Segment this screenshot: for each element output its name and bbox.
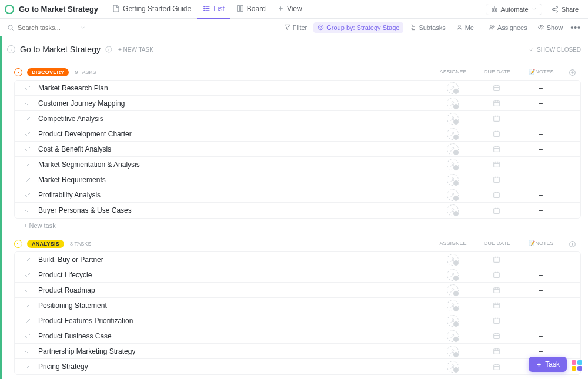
task-name[interactable]: Market Requirements (38, 176, 430, 184)
assignee-cell[interactable] (430, 143, 475, 155)
task-name[interactable]: Product Roadmap (38, 286, 430, 294)
due-date-cell[interactable] (475, 130, 519, 137)
show-button[interactable]: Show (534, 22, 567, 33)
task-row[interactable]: Product Roadmap– (15, 283, 580, 298)
automate-button[interactable]: Automate (486, 4, 542, 15)
task-name[interactable]: Product Features Prioritization (38, 317, 430, 325)
task-complete-checkbox[interactable] (24, 146, 31, 153)
task-row[interactable]: Positioning Statement– (15, 298, 580, 313)
due-date-cell[interactable] (475, 145, 519, 153)
assignee-cell[interactable] (430, 254, 475, 266)
search-input[interactable] (18, 24, 76, 31)
task-row[interactable]: Product Lifecycle– (15, 267, 580, 283)
task-name[interactable]: Positioning Statement (38, 301, 430, 310)
assignee-cell[interactable] (430, 284, 475, 296)
info-icon[interactable] (105, 46, 112, 53)
assignee-cell[interactable] (430, 269, 475, 281)
task-name[interactable]: Product Business Case (38, 332, 430, 340)
notes-cell[interactable]: – (519, 99, 563, 108)
tab-board[interactable]: Board (230, 0, 272, 19)
notes-cell[interactable]: – (519, 84, 563, 92)
task-name[interactable]: Competitive Analysis (38, 115, 430, 123)
search-wrap[interactable] (7, 24, 95, 31)
task-complete-checkbox[interactable] (24, 287, 31, 294)
task-complete-checkbox[interactable] (24, 85, 31, 92)
new-task-row[interactable]: + New task (14, 375, 581, 379)
stage-collapse-toggle[interactable] (14, 240, 22, 248)
stage-badge[interactable]: DISCOVERY (27, 68, 69, 76)
notes-cell[interactable]: – (519, 115, 563, 123)
due-date-cell[interactable] (475, 301, 519, 309)
workspace-logo[interactable] (5, 5, 14, 14)
task-row[interactable]: Competitive Analysis– (15, 111, 580, 126)
task-name[interactable]: Cost & Benefit Analysis (38, 145, 430, 153)
task-complete-checkbox[interactable] (24, 348, 31, 355)
due-date-cell[interactable] (475, 347, 519, 355)
task-row[interactable]: Market Requirements– (15, 172, 580, 187)
task-complete-checkbox[interactable] (24, 256, 31, 263)
task-row[interactable]: Product Development Charter– (15, 126, 580, 142)
chevron-down-icon[interactable] (80, 25, 86, 31)
notes-cell[interactable]: – (519, 317, 563, 325)
due-date-cell[interactable] (475, 286, 519, 294)
task-row[interactable]: Build, Buy or Partner– (15, 252, 580, 267)
due-date-cell[interactable] (475, 176, 519, 183)
assignee-cell[interactable] (430, 346, 475, 357)
subtasks-button[interactable]: Subtasks (406, 22, 449, 33)
notes-cell[interactable]: – (519, 286, 563, 294)
assignee-cell[interactable] (430, 174, 475, 186)
task-name[interactable]: Partnership Marketing Strategy (38, 347, 430, 355)
task-row[interactable]: Cost & Benefit Analysis– (15, 142, 580, 157)
filter-button[interactable]: Filter (280, 22, 311, 33)
notes-cell[interactable]: – (519, 332, 563, 340)
task-row[interactable]: Pricing Strategy– (15, 359, 580, 374)
apps-launcher[interactable] (572, 360, 582, 371)
due-date-cell[interactable] (475, 99, 519, 107)
assignee-cell[interactable] (430, 315, 475, 327)
task-name[interactable]: Market Research Plan (38, 84, 430, 92)
due-date-cell[interactable] (475, 115, 519, 122)
task-complete-checkbox[interactable] (24, 271, 31, 279)
assignee-cell[interactable] (430, 361, 475, 373)
task-complete-checkbox[interactable] (24, 302, 31, 309)
assignee-cell[interactable] (430, 300, 475, 311)
task-complete-checkbox[interactable] (24, 100, 31, 107)
task-row[interactable]: Profitability Analysis– (15, 187, 580, 203)
notes-cell[interactable]: – (519, 206, 563, 214)
task-name[interactable]: Market Segmentation & Analysis (38, 160, 430, 169)
task-name[interactable]: Profitability Analysis (38, 191, 430, 199)
tab-getting-started[interactable]: Getting Started Guide (106, 0, 197, 19)
stage-badge[interactable]: ANALYSIS (27, 240, 64, 248)
notes-cell[interactable]: – (519, 347, 563, 355)
new-task-fab[interactable]: Task (529, 357, 567, 372)
task-row[interactable]: Buyer Personas & Use Cases– (15, 203, 580, 218)
task-name[interactable]: Customer Journey Mapping (38, 99, 430, 108)
task-complete-checkbox[interactable] (24, 317, 31, 324)
notes-cell[interactable]: – (519, 160, 563, 169)
task-complete-checkbox[interactable] (24, 176, 31, 183)
notes-cell[interactable]: – (519, 301, 563, 310)
task-complete-checkbox[interactable] (24, 192, 31, 199)
stage-collapse-toggle[interactable] (14, 68, 22, 76)
due-date-cell[interactable] (475, 363, 519, 371)
due-date-cell[interactable] (475, 160, 519, 168)
show-closed-toggle[interactable]: SHOW CLOSED (529, 46, 581, 53)
task-complete-checkbox[interactable] (24, 363, 31, 370)
due-date-cell[interactable] (475, 207, 519, 214)
collapse-toggle[interactable] (7, 45, 15, 53)
assignee-cell[interactable] (430, 113, 475, 125)
due-date-cell[interactable] (475, 256, 519, 263)
due-date-cell[interactable] (475, 271, 519, 279)
notes-cell[interactable]: – (519, 256, 563, 264)
task-name[interactable]: Build, Buy or Partner (38, 256, 430, 264)
tab-list[interactable]: List (197, 0, 230, 19)
assignee-cell[interactable] (430, 330, 475, 342)
task-complete-checkbox[interactable] (24, 161, 31, 168)
notes-cell[interactable]: – (519, 271, 563, 279)
new-task-link[interactable]: + NEW TASK (118, 46, 153, 53)
me-button[interactable]: Me (452, 22, 478, 33)
assignee-cell[interactable] (430, 189, 475, 201)
task-row[interactable]: Product Business Case– (15, 328, 580, 344)
task-name[interactable]: Product Lifecycle (38, 271, 430, 279)
task-name[interactable]: Product Development Charter (38, 130, 430, 138)
